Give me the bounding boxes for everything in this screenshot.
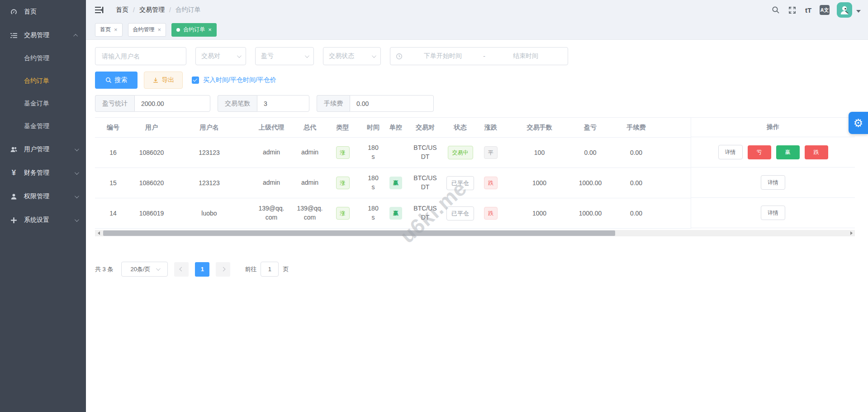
sidebar-subitem-label: 合约管理 xyxy=(24,54,49,62)
pnl-select[interactable]: 盈亏 xyxy=(255,47,314,65)
sidebar-item-finance[interactable]: ¥ 财务管理 xyxy=(0,161,86,185)
cell-fee: 0.00 xyxy=(606,138,666,168)
col-header-master: 总代 xyxy=(296,118,323,138)
force-win-button[interactable]: 赢 xyxy=(776,145,800,159)
cell-time: 180 s xyxy=(362,198,384,229)
export-button[interactable]: 导出 xyxy=(144,72,183,89)
updown-down-tag: 跌 xyxy=(484,177,498,189)
col-header-pnl: 盈亏 xyxy=(574,118,606,138)
sidebar-item-fund-orders[interactable]: 基金订单 xyxy=(0,92,86,115)
sidebar-item-label: 交易管理 xyxy=(24,31,75,39)
sidebar-item-contract-orders[interactable]: 合约订单 xyxy=(0,70,86,92)
breadcrumb-section[interactable]: 交易管理 xyxy=(139,6,165,14)
stat-pnl-value[interactable] xyxy=(134,95,210,112)
tab-contract-orders[interactable]: 合约订单 × xyxy=(171,23,217,37)
sidebar-item-home[interactable]: 首页 xyxy=(0,0,86,24)
status-select[interactable]: 交易状态 xyxy=(323,47,381,65)
collapse-sidebar-icon[interactable] xyxy=(95,6,104,14)
cell-username: 123123 xyxy=(172,168,247,198)
col-header-fee: 手续费 xyxy=(606,118,666,138)
sidebar-item-fund-manage[interactable]: 基金管理 xyxy=(0,115,86,138)
checkbox-checked-icon[interactable] xyxy=(192,77,199,84)
cell-pair: BTC/USDT xyxy=(407,138,443,168)
cell-time: 180 s xyxy=(362,138,384,168)
sidebar-item-trade[interactable]: 交易管理 xyxy=(0,24,86,47)
detail-button[interactable]: 详情 xyxy=(761,175,785,190)
breadcrumb-home[interactable]: 首页 xyxy=(116,6,128,14)
scroll-right-arrow[interactable] xyxy=(848,230,855,236)
close-icon[interactable]: × xyxy=(208,27,212,33)
cell-lots: 100 xyxy=(504,138,574,168)
sidebar-item-settings[interactable]: 系统设置 xyxy=(0,208,86,232)
user-menu-caret-icon[interactable] xyxy=(856,10,861,13)
username-input[interactable] xyxy=(95,47,186,65)
page-unit-label: 页 xyxy=(283,265,289,273)
cell-pair-text: BTC/USDT xyxy=(413,204,438,222)
search-button-label: 搜索 xyxy=(115,76,128,84)
chevron-down-icon xyxy=(75,170,79,175)
page-size-select[interactable]: 20条/页 xyxy=(121,262,168,277)
main-area: 首页 / 交易管理 / 合约订单 tT A文 xyxy=(86,0,868,412)
search-button[interactable]: 搜索 xyxy=(95,72,138,89)
force-lose-button[interactable]: 亏 xyxy=(748,145,771,159)
detail-button[interactable]: 详情 xyxy=(718,145,743,159)
close-icon[interactable]: × xyxy=(114,27,118,33)
cell-pair-text: BTC/USDT xyxy=(413,144,438,161)
sidebar-subitem-label: 合约订单 xyxy=(24,77,49,85)
detail-button[interactable]: 详情 xyxy=(761,206,785,220)
tab-home[interactable]: 首页 × xyxy=(95,23,123,37)
scroll-left-arrow[interactable] xyxy=(95,230,102,236)
sidebar-item-label: 权限管理 xyxy=(24,192,75,201)
action-cell: 详情 亏 赢 跌 xyxy=(691,137,855,168)
dashboard-icon xyxy=(10,8,18,16)
stat-fee-group: 手续费 xyxy=(317,95,434,112)
avatar[interactable] xyxy=(837,2,852,18)
date-range-picker[interactable]: 下单开始时间 - 结束时间 xyxy=(390,47,568,65)
tab-label: 合约订单 xyxy=(183,26,205,34)
force-down-button[interactable]: 跌 xyxy=(805,145,828,159)
chevron-down-icon xyxy=(305,53,309,58)
scrollbar-thumb[interactable] xyxy=(103,230,615,236)
search-icon xyxy=(105,77,112,83)
translate-icon[interactable]: A文 xyxy=(818,3,831,17)
sidebar-item-label: 财务管理 xyxy=(24,169,75,177)
close-icon[interactable]: × xyxy=(158,27,161,33)
cell-type: 涨 xyxy=(323,138,362,168)
sidebar-item-users[interactable]: 用户管理 xyxy=(0,138,86,161)
fullscreen-icon[interactable] xyxy=(785,3,799,17)
active-tab-dot xyxy=(176,28,180,32)
cell-lots: 1000 xyxy=(504,168,574,198)
translate-icon-box: A文 xyxy=(820,5,830,15)
orders-table-wrap: 编号 用户 用户名 上级代理 总代 类型 时间 单控 交易对 状态 涨跌 交易手… xyxy=(95,117,855,236)
cell-pair: BTC/USDT xyxy=(407,198,443,229)
cell-type: 涨 xyxy=(323,168,362,198)
cell-user: 1086020 xyxy=(131,168,172,198)
type-up-tag: 涨 xyxy=(336,207,350,220)
cell-type: 涨 xyxy=(323,198,362,229)
tab-contract-manage[interactable]: 合约管理 × xyxy=(128,23,166,37)
pair-select[interactable]: 交易对 xyxy=(195,47,246,65)
cell-master: admin xyxy=(296,138,323,168)
next-page-button[interactable] xyxy=(216,262,230,277)
cell-time-text: 180 s xyxy=(366,204,380,222)
sidebar-item-contract-manage[interactable]: 合约管理 xyxy=(0,47,86,70)
search-icon[interactable] xyxy=(769,3,783,17)
col-header-status: 状态 xyxy=(443,118,477,138)
columns-toggle[interactable]: 买入时间/平仓时间/平仓价 xyxy=(192,76,276,84)
settings-gear-button[interactable]: ⚙ xyxy=(849,112,868,134)
goto-page-input[interactable] xyxy=(261,262,279,277)
top-bar: 首页 / 交易管理 / 合约订单 tT A文 xyxy=(86,0,868,20)
cell-status: 已平仓 xyxy=(443,198,477,229)
stat-fee-value[interactable] xyxy=(350,95,434,112)
export-button-label: 导出 xyxy=(162,76,175,84)
page-size-label: 20条/页 xyxy=(130,265,150,273)
chevron-down-icon xyxy=(237,53,242,58)
font-size-icon[interactable]: tT xyxy=(802,3,815,17)
prev-page-button[interactable] xyxy=(174,262,189,277)
cell-time: 180 s xyxy=(362,168,384,198)
stat-count-value[interactable] xyxy=(257,95,309,112)
gear-icon: ⚙ xyxy=(854,117,863,129)
chevron-down-icon xyxy=(75,217,79,222)
current-page-button[interactable]: 1 xyxy=(195,262,209,277)
sidebar-item-permission[interactable]: 权限管理 xyxy=(0,185,86,208)
